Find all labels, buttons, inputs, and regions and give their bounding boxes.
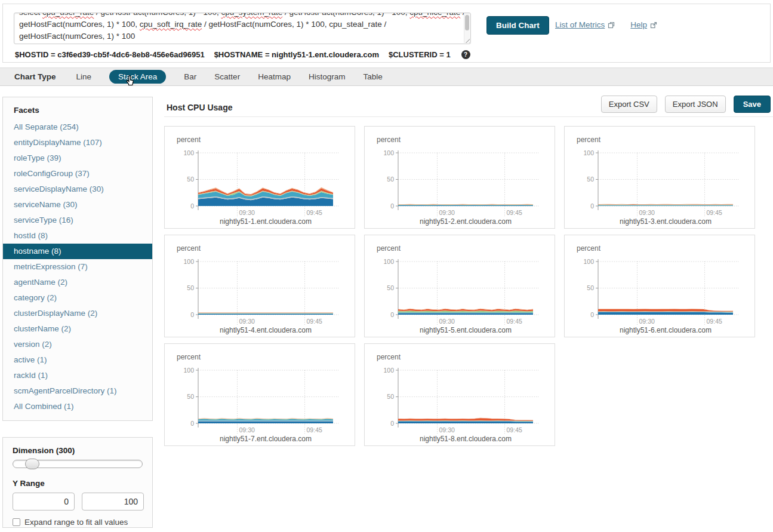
svg-text:09:30: 09:30 <box>239 209 255 216</box>
y-range-label: Y Range <box>13 479 143 488</box>
build-chart-button[interactable]: Build Chart <box>486 16 549 35</box>
y-max-input[interactable] <box>82 493 144 511</box>
expand-range-checkbox[interactable] <box>13 518 20 526</box>
tab-bar[interactable]: Bar <box>184 72 196 81</box>
list-of-metrics-label: List of Metrics <box>555 20 605 29</box>
svg-text:percent: percent <box>177 353 201 361</box>
svg-text:percent: percent <box>377 136 401 144</box>
stack-area-chart: percent05010009:3009:45nightly51-4.ent.c… <box>165 235 355 337</box>
svg-text:100: 100 <box>183 367 194 374</box>
facet-item-clusterdisplayname[interactable]: clusterDisplayName (2) <box>3 306 152 321</box>
stack-area-chart: percent05010009:3009:45nightly51-1.ent.c… <box>165 127 355 228</box>
external-link-icon <box>650 21 657 29</box>
facet-item-all-combined[interactable]: All Combined (1) <box>3 399 152 414</box>
facet-item-all-separate[interactable]: All Separate (254) <box>3 119 152 135</box>
svg-text:0: 0 <box>190 420 194 427</box>
svg-text:50: 50 <box>187 393 194 400</box>
svg-text:09:45: 09:45 <box>707 209 722 216</box>
hostid-value: c3f6ed39-cb5f-4dc6-8eb8-456e6ad96951 <box>57 50 204 59</box>
facet-item-clustername[interactable]: clusterName (2) <box>3 321 152 337</box>
svg-text:50: 50 <box>387 284 394 291</box>
chart-type-label: Chart Type <box>14 72 56 81</box>
facet-item-roleconfiggroup[interactable]: roleConfigGroup (37) <box>3 166 152 182</box>
chart-card-2[interactable]: percent05010009:3009:45nightly51-2.ent.c… <box>364 126 555 229</box>
query-text: select cpu_user_rate / getHostFact(numCo… <box>14 13 470 42</box>
hostname-value: nightly51-1.ent.cloudera.com <box>272 50 379 59</box>
svg-text:percent: percent <box>177 136 201 144</box>
svg-text:percent: percent <box>377 244 401 253</box>
equals-sign: = <box>51 50 56 59</box>
list-of-metrics-link[interactable]: List of Metrics <box>555 20 615 29</box>
main-area: Host CPU Usage Export CSV Export JSON Sa… <box>164 96 773 446</box>
chart-card-5[interactable]: percent05010009:3009:45nightly51-5.ent.c… <box>364 235 555 337</box>
chart-card-3[interactable]: percent05010009:3009:45nightly51-3.ent.c… <box>564 126 755 229</box>
chart-card-4[interactable]: percent05010009:3009:45nightly51-4.ent.c… <box>164 235 355 337</box>
svg-text:nightly51-4.ent.cloudera.com: nightly51-4.ent.cloudera.com <box>220 326 312 334</box>
facet-item-version[interactable]: version (2) <box>3 337 152 352</box>
svg-text:0: 0 <box>190 202 194 210</box>
tab-table[interactable]: Table <box>363 72 382 81</box>
facet-item-entitydisplayname[interactable]: entityDisplayName (107) <box>3 135 152 150</box>
svg-text:nightly51-8.ent.cloudera.com: nightly51-8.ent.cloudera.com <box>420 435 512 443</box>
svg-text:0: 0 <box>390 420 394 427</box>
facet-item-hostname[interactable]: hostname (8) <box>3 244 152 259</box>
tab-stack-area[interactable]: Stack Area <box>109 70 166 84</box>
svg-text:percent: percent <box>177 244 201 253</box>
query-panel: select cpu_user_rate / getHostFact(numCo… <box>2 4 771 63</box>
tab-histogram[interactable]: Histogram <box>309 72 346 81</box>
svg-text:nightly51-6.ent.cloudera.com: nightly51-6.ent.cloudera.com <box>620 326 712 334</box>
svg-text:09:30: 09:30 <box>239 426 255 433</box>
facet-item-servicedisplayname[interactable]: serviceDisplayName (30) <box>3 182 152 197</box>
stack-area-chart: percent05010009:3009:45nightly51-8.ent.c… <box>365 344 555 445</box>
facet-item-agentname[interactable]: agentName (2) <box>3 275 152 290</box>
chart-controls-panel: Dimension (300) Y Range Expand range to … <box>2 437 153 528</box>
chart-card-7[interactable]: percent05010009:3009:45nightly51-7.ent.c… <box>164 343 355 446</box>
main-header: Host CPU Usage Export CSV Export JSON Sa… <box>164 96 773 117</box>
query-input[interactable]: select cpu_user_rate / getHostFact(numCo… <box>14 13 471 44</box>
facet-item-rackid[interactable]: rackId (1) <box>3 368 152 383</box>
charts-grid: percent05010009:3009:45nightly51-1.ent.c… <box>164 126 764 446</box>
svg-text:nightly51-5.ent.cloudera.com: nightly51-5.ent.cloudera.com <box>420 326 512 334</box>
svg-text:09:30: 09:30 <box>639 209 655 216</box>
svg-text:09:30: 09:30 <box>239 318 255 325</box>
export-json-button[interactable]: Export JSON <box>665 96 726 113</box>
y-min-input[interactable] <box>13 493 75 511</box>
svg-text:09:45: 09:45 <box>507 318 522 325</box>
chart-card-6[interactable]: percent05010009:3009:45nightly51-6.ent.c… <box>564 235 755 337</box>
dimension-slider-handle[interactable] <box>25 459 39 469</box>
query-params-line: $HOSTID = c3f6ed39-cb5f-4dc6-8eb8-456e6a… <box>15 50 470 59</box>
tab-heatmap[interactable]: Heatmap <box>258 72 291 81</box>
dimension-slider[interactable] <box>13 460 143 468</box>
facet-item-servicetype[interactable]: serviceType (16) <box>3 213 152 228</box>
chart-card-1[interactable]: percent05010009:3009:45nightly51-1.ent.c… <box>164 126 355 229</box>
chart-card-8[interactable]: percent05010009:3009:45nightly51-8.ent.c… <box>364 343 555 446</box>
stack-area-chart: percent05010009:3009:45nightly51-6.ent.c… <box>565 235 754 337</box>
clusterid-label: $CLUSTERID <box>389 50 438 59</box>
tab-line[interactable]: Line <box>76 72 92 81</box>
svg-text:100: 100 <box>383 258 394 265</box>
svg-text:09:45: 09:45 <box>507 209 522 216</box>
svg-text:percent: percent <box>577 136 601 144</box>
query-scrollbar-thumb[interactable] <box>465 15 469 30</box>
svg-text:50: 50 <box>587 176 594 183</box>
chart-type-tabs: LineStack AreaBarScatterHeatmapHistogram… <box>76 70 401 84</box>
facet-item-roletype[interactable]: roleType (39) <box>3 150 152 166</box>
export-csv-button[interactable]: Export CSV <box>601 96 657 113</box>
help-question-badge[interactable]: ? <box>461 50 470 59</box>
facet-item-servicename[interactable]: serviceName (30) <box>3 197 152 213</box>
facet-item-category[interactable]: category (2) <box>3 290 152 306</box>
svg-text:09:45: 09:45 <box>307 209 322 216</box>
svg-text:100: 100 <box>183 149 194 156</box>
tab-scatter[interactable]: Scatter <box>214 72 240 81</box>
facet-item-active[interactable]: active (1) <box>3 352 152 368</box>
save-button[interactable]: Save <box>734 96 771 113</box>
facet-item-hostid[interactable]: hostId (8) <box>3 228 152 244</box>
help-link[interactable]: Help <box>630 20 657 29</box>
svg-text:100: 100 <box>583 149 594 156</box>
facet-item-scmagentparceldirectory[interactable]: scmAgentParcelDirectory (1) <box>3 383 152 399</box>
svg-text:09:30: 09:30 <box>439 209 455 216</box>
facet-item-metricexpression[interactable]: metricExpression (7) <box>3 259 152 275</box>
svg-text:nightly51-7.ent.cloudera.com: nightly51-7.ent.cloudera.com <box>220 435 312 443</box>
mouse-cursor-icon <box>125 75 134 85</box>
chart-builder-page: select cpu_user_rate / getHostFact(numCo… <box>0 0 773 532</box>
